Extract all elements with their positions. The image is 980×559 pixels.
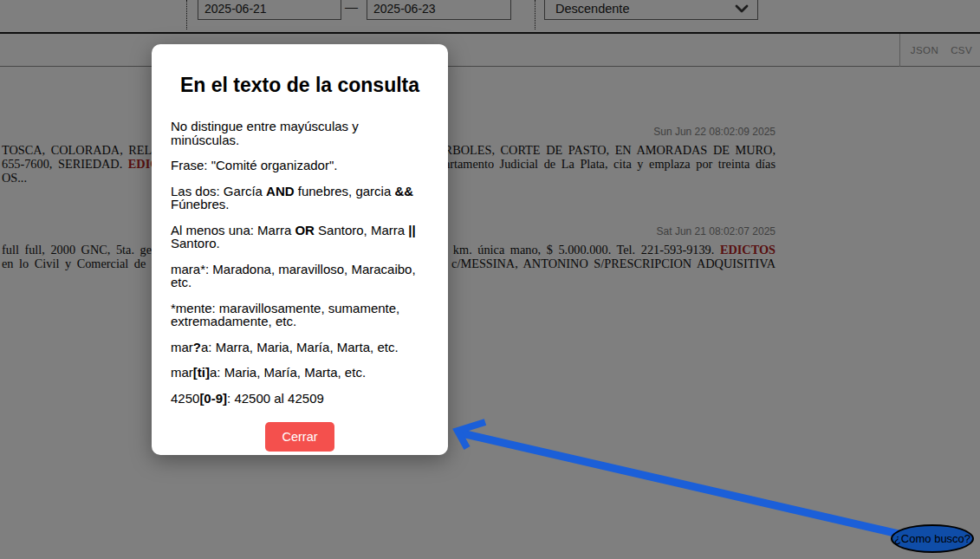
help-button-label: ¿Como busco? [894,532,970,545]
modal-paragraph: *mente: maravillosamente, sumamente, ext… [171,302,429,328]
modal-title: En el texto de la consulta [171,74,429,97]
modal-paragraph: Las dos: García AND funebres, garcia && … [171,185,429,211]
modal-paragraph: mar?a: Marra, Maria, María, Marta, etc. [171,341,429,354]
modal-paragraph: mara*: Maradona, maravilloso, Maracaibo,… [171,263,429,289]
search-help-modal: En el texto de la consulta No distingue … [152,44,448,455]
help-button[interactable]: ¿Como busco? [891,524,974,553]
modal-paragraph: Frase: "Comité organizador". [171,159,429,172]
close-button[interactable]: Cerrar [265,422,334,452]
modal-paragraph: mar[ti]a: Maria, María, Marta, etc. [171,366,429,380]
modal-paragraph: No distingue entre mayúsculas y minúscul… [171,120,429,146]
modal-paragraph: Al menos una: Marra OR Santoro, Marra ||… [171,224,429,250]
modal-paragraph: 4250[0-9]: 42500 al 42509 [171,392,429,406]
modal-backdrop [0,0,980,559]
